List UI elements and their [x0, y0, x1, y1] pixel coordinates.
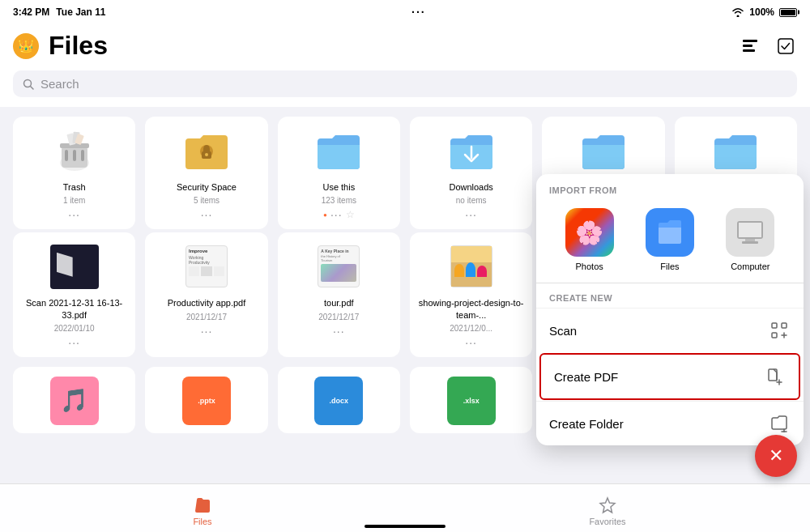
page-title: Files — [49, 31, 108, 61]
date: Tue Jan 11 — [56, 6, 105, 18]
svg-rect-24 — [772, 323, 777, 328]
svg-rect-10 — [81, 150, 84, 161]
search-icon — [23, 79, 34, 90]
files-icon — [646, 208, 694, 257]
file-date-productivity: 2021/12/17 — [186, 313, 227, 321]
folder-bottom-usethis: ● ··· ☆ — [323, 208, 355, 221]
create-pdf-item[interactable]: Create PDF — [539, 353, 800, 400]
import-section-label: IMPORT FROM — [536, 174, 804, 202]
productivity-thumb-icon: Improve Working Productivity — [181, 242, 232, 291]
file-showing-project[interactable]: showing-project-design-to-team-... 2021/… — [410, 232, 532, 357]
import-photos[interactable]: 🌸 Photos — [565, 208, 614, 271]
file-dots-tour[interactable]: ··· — [333, 325, 345, 338]
file-docx[interactable]: .docx — [278, 367, 400, 433]
file-tour-pdf[interactable]: A Key Place in the History of Tourism to… — [278, 232, 400, 357]
folder-info-downloads: no items — [456, 196, 487, 205]
folder-dots-downloads[interactable]: ··· — [465, 208, 477, 221]
folder-info-trash: 1 item — [63, 196, 85, 205]
file-xlsx[interactable]: .xlsx — [410, 367, 532, 433]
battery-percent: 100% — [749, 6, 774, 18]
usethis-folder-icon — [313, 126, 364, 175]
xlsx-icon: .xlsx — [447, 377, 496, 425]
svg-rect-23 — [742, 241, 758, 244]
file-pptx[interactable]: .pptx — [145, 367, 267, 433]
status-ellipsis: ··· — [411, 6, 426, 19]
docx-icon: .docx — [314, 377, 363, 425]
bottom-nav: Files Favorites — [0, 483, 810, 532]
status-bar: 3:42 PM Tue Jan 11 ··· 100% — [0, 0, 810, 24]
folder-trash[interactable]: Trash 1 item ··· — [13, 117, 135, 229]
check-icon — [777, 37, 795, 55]
svg-rect-22 — [745, 239, 755, 241]
import-photos-label: Photos — [576, 262, 603, 271]
crown-icon: 👑 — [13, 33, 39, 59]
trash-icon — [49, 126, 100, 175]
downloads-folder-icon — [446, 126, 497, 175]
file-name-scan: Scan 2021-12-31 16-13-33.pdf — [19, 297, 129, 321]
folder-dots-security[interactable]: ··· — [201, 208, 213, 221]
pdf-create-icon — [763, 365, 786, 388]
svg-rect-3 — [778, 39, 793, 53]
file-date-showing: 2021/12/0... — [450, 324, 492, 333]
list-view-button[interactable] — [739, 35, 761, 57]
status-left: 3:42 PM Tue Jan 11 — [13, 6, 106, 18]
folder-security[interactable]: Security Space 5 items ··· — [145, 117, 267, 229]
file-name-showing: showing-project-design-to-team-... — [416, 297, 526, 321]
time: 3:42 PM — [13, 6, 49, 18]
create-section-label: CREATE NEW — [536, 283, 804, 308]
nav-files[interactable]: Files — [0, 490, 405, 526]
file-dots-showing[interactable]: ··· — [465, 336, 477, 349]
create-scan-label: Scan — [549, 324, 577, 338]
scan-icon — [768, 319, 791, 342]
file-dots-productivity[interactable]: ··· — [201, 325, 213, 338]
computer-icon — [726, 208, 774, 257]
list-icon — [741, 37, 759, 55]
svg-rect-26 — [772, 333, 777, 338]
scan-thumb-icon — [49, 242, 100, 291]
import-computer[interactable]: Computer — [726, 208, 774, 271]
header: 👑 Files — [0, 24, 810, 70]
file-date-tour: 2021/12/17 — [318, 313, 359, 321]
pptx-icon: .pptx — [182, 377, 231, 425]
national-geo-folder-icon — [578, 126, 629, 175]
import-files-label: Files — [660, 262, 679, 271]
file-scan-pdf[interactable]: Scan 2021-12-31 16-13-33.pdf 2022/01/10 … — [13, 232, 135, 357]
create-folder-label: Create Folder — [549, 417, 624, 431]
create-pdf-label: Create PDF — [554, 370, 618, 384]
svg-line-5 — [31, 86, 34, 89]
folder-info-security: 5 items — [194, 196, 220, 205]
photos-icon: 🌸 — [565, 208, 614, 257]
svg-rect-25 — [782, 323, 787, 328]
header-icons — [739, 35, 797, 57]
nav-favorites-label: Favorites — [589, 517, 625, 526]
dropdown-menu: IMPORT FROM 🌸 Photos Files — [536, 174, 804, 445]
folder-dots-usethis[interactable]: ··· — [330, 208, 343, 221]
file-dots-scan[interactable]: ··· — [68, 336, 80, 349]
battery-icon — [779, 8, 797, 17]
folder-create-icon — [768, 412, 791, 435]
file-music[interactable]: 🎵 — [13, 367, 135, 433]
nav-favorites[interactable]: Favorites — [405, 490, 810, 526]
folder-downloads[interactable]: Downloads no items ··· — [410, 117, 532, 229]
folder-dots-trash[interactable]: ··· — [68, 208, 80, 221]
folder-usethis[interactable]: Use this 123 items ● ··· ☆ — [278, 117, 400, 229]
nav-files-label: Files — [193, 517, 211, 526]
computer-svg — [735, 219, 765, 245]
partial-folder-icon — [710, 126, 761, 175]
search-bar[interactable]: Search — [13, 70, 797, 97]
check-button[interactable] — [774, 35, 797, 57]
files-folder-svg — [657, 218, 683, 247]
security-folder-icon — [181, 126, 232, 175]
search-container: Search — [0, 70, 810, 107]
import-files[interactable]: Files — [646, 208, 694, 271]
nav-files-icon — [194, 496, 211, 514]
create-scan-item[interactable]: Scan — [536, 308, 804, 352]
fab-button[interactable]: ✕ — [755, 435, 797, 477]
folder-name-trash: Trash — [63, 181, 86, 193]
folder-name-downloads: Downloads — [449, 181, 492, 193]
home-indicator — [364, 525, 446, 528]
svg-rect-9 — [73, 150, 76, 161]
search-placeholder: Search — [40, 77, 79, 91]
svg-rect-0 — [743, 40, 757, 42]
file-productivity-pdf[interactable]: Improve Working Productivity Productivit… — [145, 232, 267, 357]
